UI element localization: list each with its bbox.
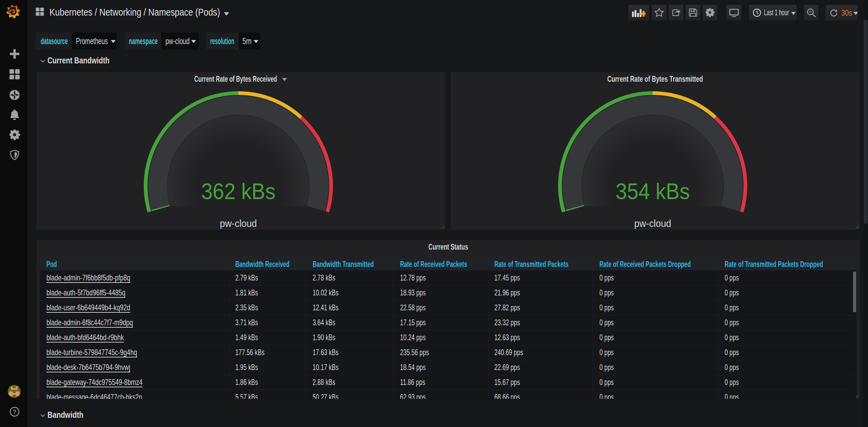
svg-text:?: ? xyxy=(13,409,16,415)
